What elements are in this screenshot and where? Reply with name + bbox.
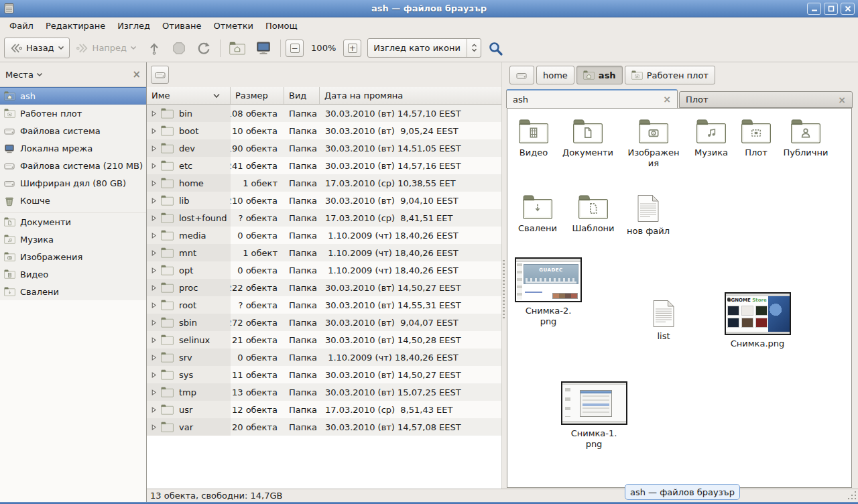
table-row[interactable]: opt 0 обекта Папка 1.10.2009 (чт) 18,40,… — [147, 261, 501, 279]
expander-icon[interactable] — [151, 180, 157, 186]
expander-icon[interactable] — [151, 372, 157, 378]
expander-icon[interactable] — [151, 337, 157, 343]
table-row[interactable]: home 1 обект Папка 17.03.2010 (ср) 10,38… — [147, 174, 501, 192]
sidebar-item[interactable]: Файлова система (210 MB) — [0, 157, 146, 174]
pathbar-root-button[interactable] — [151, 66, 169, 84]
table-row[interactable]: lib 210 обекта Папка 30.03.2010 (вт) 9,0… — [147, 192, 501, 209]
table-row[interactable]: tmp 13 обекта Папка 30.03.2010 (вт) 15,0… — [147, 383, 501, 401]
expander-icon[interactable] — [151, 111, 157, 117]
breadcrumb-button[interactable]: Работен плот — [625, 66, 715, 84]
sidebar-item[interactable]: Видео — [0, 265, 146, 283]
table-row[interactable]: media 0 обекта Папка 1.10.2009 (чт) 18,4… — [147, 227, 501, 244]
minimize-button[interactable] — [807, 3, 821, 15]
expander-icon[interactable] — [151, 233, 157, 239]
expander-icon[interactable] — [151, 267, 157, 273]
column-header[interactable]: Име — [147, 87, 231, 104]
icon-view-item[interactable]: Изображен ия — [623, 119, 684, 169]
icon-view-item[interactable]: Свалени — [507, 194, 568, 234]
sidebar-item[interactable]: Кошче — [0, 192, 146, 209]
stop-button[interactable] — [168, 38, 190, 58]
expander-icon[interactable] — [151, 285, 157, 291]
icon-view-item[interactable]: list — [637, 300, 690, 342]
column-header[interactable]: Вид — [284, 87, 320, 104]
icon-view-item[interactable]: GNOME Store Снимка.png — [721, 292, 794, 349]
sidebar-item[interactable]: Свалени — [0, 283, 146, 300]
expander-icon[interactable] — [151, 407, 157, 413]
icon-view-item[interactable]: Видео — [507, 119, 564, 158]
view-mode-select[interactable]: Изглед като икони — [367, 38, 481, 58]
expander-icon[interactable] — [151, 145, 157, 151]
sidebar-item[interactable]: Изображения — [0, 248, 146, 265]
sidebar-item[interactable]: Музика — [0, 231, 146, 248]
expander-icon[interactable] — [151, 163, 157, 169]
sidebar-item[interactable]: Шифриран дял (80 GB) — [0, 174, 146, 192]
icon-view-item[interactable]: Шаблони — [562, 194, 624, 234]
sidebar-item[interactable]: Работен плот — [0, 105, 146, 122]
table-row[interactable]: srv 0 обекта Папка 1.10.2009 (чт) 18,40,… — [147, 349, 501, 366]
tab-close-icon[interactable]: × — [838, 94, 846, 105]
menu-item[interactable]: Изглед — [111, 19, 156, 33]
forward-button[interactable]: Напред — [72, 38, 141, 58]
menu-item[interactable]: Помощ — [259, 19, 304, 33]
expander-icon[interactable] — [151, 128, 157, 134]
breadcrumb-button[interactable]: home — [536, 66, 574, 84]
tab[interactable]: Плот × — [679, 91, 853, 108]
search-button[interactable] — [483, 38, 507, 58]
icon-view-item[interactable]: Публични — [775, 119, 837, 158]
column-header[interactable]: Размер — [231, 87, 284, 104]
reload-button[interactable] — [192, 38, 215, 58]
expander-icon[interactable] — [151, 250, 157, 256]
sidebar-item[interactable]: Файлова система — [0, 122, 146, 139]
table-row[interactable]: root ? обекта Папка 30.03.2010 (вт) 14,5… — [147, 296, 501, 314]
expander-icon[interactable] — [151, 198, 157, 204]
sidebar-item[interactable]: Документи — [0, 213, 146, 231]
table-row[interactable]: sbin 272 обекта Папка 30.03.2010 (вт) 9,… — [147, 314, 501, 331]
table-row[interactable]: lost+found ? обекта Папка 17.03.2010 (ср… — [147, 209, 501, 227]
column-header[interactable]: Дата на промяна — [320, 87, 501, 104]
computer-button[interactable] — [251, 38, 275, 58]
expander-icon[interactable] — [151, 302, 157, 308]
table-row[interactable]: proc 222 обекта Папка 30.03.2010 (вт) 14… — [147, 279, 501, 296]
icon-view-item[interactable]: Снимка-1. png — [557, 381, 631, 450]
resize-grip[interactable] — [847, 491, 857, 501]
sidebar-close-icon[interactable]: × — [132, 68, 141, 80]
sidebar-item[interactable]: ash — [0, 87, 146, 105]
expander-icon[interactable] — [151, 355, 157, 361]
tab-close-icon[interactable]: × — [663, 94, 671, 105]
table-row[interactable]: bin 108 обекта Папка 30.03.2010 (вт) 14,… — [147, 105, 501, 122]
folder-icon — [161, 282, 174, 293]
expander-icon[interactable] — [151, 389, 157, 395]
folder-icon — [161, 265, 174, 275]
icon-view-item[interactable]: Документи — [557, 119, 619, 158]
menu-item[interactable]: Файл — [3, 19, 40, 33]
close-button[interactable] — [841, 3, 855, 15]
table-row[interactable]: selinux 21 обекта Папка 30.03.2010 (вт) … — [147, 331, 501, 349]
table-row[interactable]: usr 12 обекта Папка 17.03.2010 (ср) 8,51… — [147, 401, 501, 418]
up-button[interactable] — [143, 38, 166, 58]
expander-icon[interactable] — [151, 424, 157, 430]
icon-view-item[interactable]: нов файл — [621, 194, 675, 237]
breadcrumb-button[interactable]: ash — [576, 66, 623, 84]
maximize-button[interactable] — [824, 3, 838, 15]
table-row[interactable]: var 20 обекта Папка 30.03.2010 (вт) 14,5… — [147, 418, 501, 436]
expander-icon[interactable] — [151, 320, 157, 326]
zoom-in-button[interactable]: + — [343, 40, 361, 57]
icon-view-item[interactable]: GUADEC Снимка-2. png — [511, 257, 585, 327]
table-row[interactable]: sys 11 обекта Папка 30.03.2010 (вт) 14,5… — [147, 366, 501, 383]
sidebar-title[interactable]: Места — [5, 70, 34, 80]
sidebar-item[interactable]: Локална мрежа — [0, 139, 146, 157]
expander-icon[interactable] — [151, 215, 157, 221]
menu-item[interactable]: Отиване — [156, 19, 207, 33]
titlebar[interactable]: ash — файлов браузър — [0, 0, 858, 17]
table-row[interactable]: boot 10 обекта Папка 30.03.2010 (вт) 9,0… — [147, 122, 501, 139]
home-button[interactable] — [225, 38, 249, 58]
tab[interactable]: ash × — [506, 89, 678, 108]
menu-item[interactable]: Редактиране — [40, 19, 111, 33]
menu-item[interactable]: Отметки — [207, 19, 259, 33]
table-row[interactable]: etc 241 обекта Папка 30.03.2010 (вт) 14,… — [147, 157, 501, 174]
breadcrumb-button[interactable] — [509, 66, 534, 84]
table-row[interactable]: dev 190 обекта Папка 30.03.2010 (вт) 14,… — [147, 139, 501, 157]
table-row[interactable]: mnt 1 обект Папка 1.10.2009 (чт) 18,40,2… — [147, 244, 501, 261]
zoom-out-button[interactable]: − — [286, 40, 304, 57]
back-button[interactable]: Назад — [4, 38, 70, 58]
